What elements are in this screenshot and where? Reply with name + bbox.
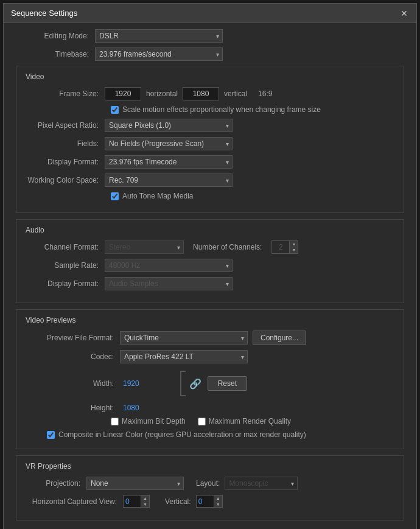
vertical-label: Vertical: bbox=[165, 497, 191, 506]
num-channels-label: Number of Channels: bbox=[193, 243, 262, 251]
num-channels-down-button[interactable]: ▼ bbox=[289, 247, 298, 253]
composite-checkbox[interactable] bbox=[47, 431, 55, 439]
projection-select[interactable]: None bbox=[86, 477, 184, 490]
reset-button[interactable]: Reset bbox=[208, 376, 247, 391]
close-button[interactable]: ✕ bbox=[399, 9, 409, 18]
frame-size-row: Frame Size: 1920 horizontal 1080 vertica… bbox=[26, 87, 394, 100]
working-color-space-row: Working Color Space: Rec. 709 bbox=[26, 173, 394, 187]
preview-file-format-row: Preview File Format: QuickTime Configure… bbox=[26, 331, 394, 345]
video-previews-title: Video Previews bbox=[26, 316, 394, 324]
title-bar: Sequence Settings ✕ bbox=[4, 4, 416, 23]
horizontal-captured-view-spinbox: ▲ ▼ bbox=[123, 495, 150, 508]
composite-label: Composite in Linear Color (requires GPU … bbox=[58, 430, 306, 439]
projection-layout-row: Projection: None Layout: Monoscopic bbox=[26, 477, 394, 490]
audio-display-format-label: Display Format: bbox=[26, 279, 105, 288]
vertical-input[interactable] bbox=[197, 496, 214, 507]
composite-row: Composite in Linear Color (requires GPU … bbox=[26, 430, 394, 439]
buttons-row: OK Cancel bbox=[16, 527, 404, 529]
working-color-space-label: Working Color Space: bbox=[26, 176, 105, 184]
dialog-body: Editing Mode: DSLR Timebase: 23.976 fram… bbox=[4, 23, 416, 529]
audio-display-format-row: Display Format: Audio Samples bbox=[26, 277, 394, 290]
frame-height-input[interactable]: 1080 bbox=[183, 87, 219, 100]
frame-size-label: Frame Size: bbox=[26, 89, 105, 98]
video-previews-section: Video Previews Preview File Format: Quic… bbox=[16, 309, 404, 449]
num-channels-up-button[interactable]: ▲ bbox=[289, 241, 298, 247]
vr-properties-title: VR Properties bbox=[26, 462, 394, 471]
timebase-select[interactable]: 23.976 frames/second bbox=[95, 47, 223, 61]
display-format-select[interactable]: 23.976 fps Timecode bbox=[105, 155, 233, 169]
preview-width-value: 1920 bbox=[123, 379, 139, 388]
bracket-reset-group: 🔗 Reset bbox=[176, 368, 247, 399]
max-render-quality-label: Maximum Render Quality bbox=[198, 417, 291, 426]
vr-properties-section: VR Properties Projection: None Layout: M… bbox=[16, 455, 404, 520]
aspect-ratio: 16:9 bbox=[258, 89, 272, 98]
display-format-row: Display Format: 23.976 fps Timecode bbox=[26, 155, 394, 169]
audio-section: Audio Channel Format: Stereo Number of C… bbox=[16, 219, 404, 303]
max-bit-depth-checkbox[interactable] bbox=[111, 418, 119, 426]
editing-mode-select-wrapper: DSLR bbox=[95, 29, 223, 43]
preview-height-label: Height: bbox=[26, 404, 120, 412]
num-channels-spin-buttons: ▲ ▼ bbox=[289, 241, 298, 253]
audio-display-format-select-wrapper: Audio Samples bbox=[105, 277, 233, 290]
channel-format-select[interactable]: Stereo bbox=[105, 240, 184, 254]
vertical-up-button[interactable]: ▲ bbox=[214, 496, 222, 502]
captured-view-row: Horizontal Captured View: ▲ ▼ Vertical: … bbox=[26, 495, 394, 508]
sample-rate-select[interactable]: 48000 Hz bbox=[105, 259, 233, 272]
horizontal-spin-buttons: ▲ ▼ bbox=[141, 496, 149, 507]
sample-rate-row: Sample Rate: 48000 Hz bbox=[26, 259, 394, 272]
frame-width-input[interactable]: 1920 bbox=[105, 87, 141, 100]
max-bit-depth-label: Maximum Bit Depth bbox=[111, 417, 186, 426]
display-format-select-wrapper: 23.976 fps Timecode bbox=[105, 155, 233, 169]
horizontal-down-button[interactable]: ▼ bbox=[141, 502, 149, 508]
channel-format-label: Channel Format: bbox=[26, 243, 105, 251]
pixel-aspect-ratio-label: Pixel Aspect Ratio: bbox=[26, 121, 105, 130]
timebase-label: Timebase: bbox=[16, 50, 95, 58]
configure-button[interactable]: Configure... bbox=[253, 331, 306, 345]
codec-select[interactable]: Apple ProRes 422 LT bbox=[120, 350, 248, 363]
pixel-aspect-ratio-select[interactable]: Square Pixels (1.0) bbox=[105, 119, 233, 132]
video-section: Video Frame Size: 1920 horizontal 1080 v… bbox=[16, 66, 404, 213]
channel-format-row: Channel Format: Stereo Number of Channel… bbox=[26, 240, 394, 254]
editing-mode-label: Editing Mode: bbox=[16, 32, 95, 40]
num-channels-input[interactable] bbox=[272, 242, 289, 253]
scale-motion-row: Scale motion effects proportionally when… bbox=[26, 105, 394, 114]
pixel-aspect-ratio-row: Pixel Aspect Ratio: Square Pixels (1.0) bbox=[26, 119, 394, 132]
sample-rate-label: Sample Rate: bbox=[26, 261, 105, 270]
channel-format-select-wrapper: Stereo bbox=[105, 240, 184, 254]
working-color-space-select[interactable]: Rec. 709 bbox=[105, 173, 233, 187]
auto-tone-map-checkbox[interactable] bbox=[111, 192, 119, 200]
sequence-settings-dialog: Sequence Settings ✕ Editing Mode: DSLR T… bbox=[3, 3, 417, 529]
audio-section-title: Audio bbox=[26, 226, 394, 234]
preview-width-row: Width: 1920 🔗 Reset bbox=[26, 368, 394, 399]
horizontal-up-button[interactable]: ▲ bbox=[141, 496, 149, 502]
preview-checkboxes-row: Maximum Bit Depth Maximum Render Quality bbox=[26, 417, 394, 426]
codec-label: Codec: bbox=[26, 352, 120, 361]
scale-motion-checkbox[interactable] bbox=[111, 106, 119, 114]
horizontal-label: horizontal bbox=[146, 89, 178, 98]
preview-height-row: Height: 1080 bbox=[26, 404, 394, 412]
timebase-select-wrapper: 23.976 frames/second bbox=[95, 47, 223, 61]
preview-file-format-select[interactable]: QuickTime bbox=[120, 331, 248, 345]
horizontal-captured-view-input[interactable] bbox=[124, 496, 141, 507]
layout-select[interactable]: Monoscopic bbox=[225, 477, 298, 490]
timebase-row: Timebase: 23.976 frames/second bbox=[16, 47, 404, 61]
editing-mode-row: Editing Mode: DSLR bbox=[16, 29, 404, 43]
codec-select-wrapper: Apple ProRes 422 LT bbox=[120, 350, 248, 363]
link-bracket-svg bbox=[176, 368, 188, 399]
dialog-title: Sequence Settings bbox=[11, 9, 77, 18]
preview-height-value: 1080 bbox=[123, 404, 139, 412]
vertical-down-button[interactable]: ▼ bbox=[214, 502, 222, 508]
max-render-quality-checkbox[interactable] bbox=[198, 418, 206, 426]
fields-select[interactable]: No Fields (Progressive Scan) bbox=[105, 137, 233, 150]
projection-label: Projection: bbox=[26, 479, 86, 488]
pixel-aspect-ratio-select-wrapper: Square Pixels (1.0) bbox=[105, 119, 233, 132]
vertical-spin-buttons: ▲ ▼ bbox=[214, 496, 222, 507]
vertical-spinbox: ▲ ▼ bbox=[196, 495, 223, 508]
editing-mode-select[interactable]: DSLR bbox=[95, 29, 223, 43]
video-section-title: Video bbox=[26, 72, 394, 81]
audio-display-format-select[interactable]: Audio Samples bbox=[105, 277, 233, 290]
fields-row: Fields: No Fields (Progressive Scan) bbox=[26, 137, 394, 150]
vertical-label: vertical bbox=[224, 89, 247, 98]
working-color-space-select-wrapper: Rec. 709 bbox=[105, 173, 233, 187]
codec-row: Codec: Apple ProRes 422 LT bbox=[26, 350, 394, 363]
